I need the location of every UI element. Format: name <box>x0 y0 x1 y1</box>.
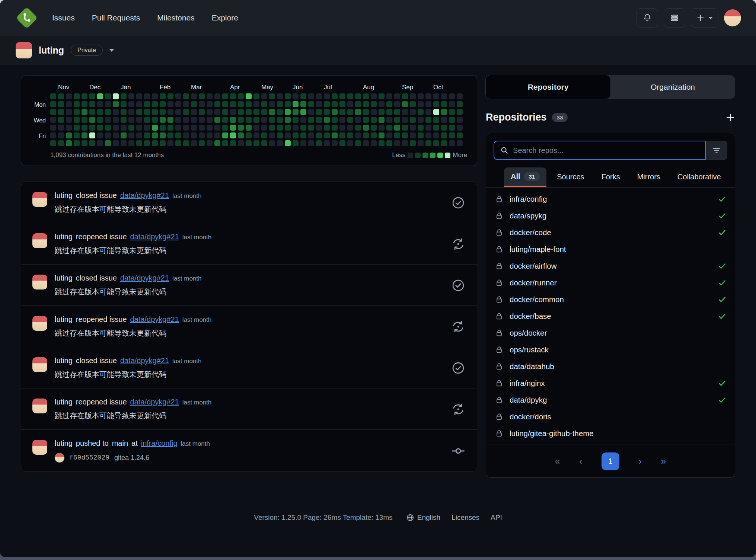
repo-row[interactable]: docker/airflow <box>486 257 735 274</box>
heatmap-cell[interactable] <box>74 101 80 107</box>
feed-branch-name[interactable]: main <box>112 439 128 448</box>
heatmap-cell[interactable] <box>82 93 87 99</box>
heatmap-cell[interactable] <box>152 125 158 131</box>
repo-name[interactable]: ops/rustack <box>510 345 549 354</box>
heatmap-cell[interactable] <box>316 125 322 131</box>
heatmap-cell[interactable] <box>253 101 259 107</box>
heatmap-cell[interactable] <box>50 125 56 131</box>
heatmap-cell[interactable] <box>339 93 345 99</box>
heatmap-cell[interactable] <box>433 140 439 146</box>
heatmap-cell[interactable] <box>371 117 377 123</box>
heatmap-cell[interactable] <box>253 140 259 146</box>
heatmap-cell[interactable] <box>316 101 322 107</box>
heatmap-cell[interactable] <box>300 101 306 107</box>
heatmap-cell[interactable] <box>144 140 150 146</box>
heatmap-cell[interactable] <box>238 132 244 138</box>
heatmap-cell[interactable] <box>74 132 80 138</box>
heatmap-cell[interactable] <box>113 109 119 115</box>
heatmap-cell[interactable] <box>410 132 416 138</box>
heatmap-cell[interactable] <box>371 109 377 115</box>
heatmap-cell[interactable] <box>66 125 72 131</box>
heatmap-cell[interactable] <box>277 109 283 115</box>
heatmap-cell[interactable] <box>355 93 361 99</box>
heatmap-cell[interactable] <box>324 101 330 107</box>
heatmap-cell[interactable] <box>238 101 244 107</box>
heatmap-cell[interactable] <box>66 117 72 123</box>
heatmap-cell[interactable] <box>152 93 158 99</box>
heatmap-cell[interactable] <box>363 132 369 138</box>
heatmap-cell[interactable] <box>183 140 189 146</box>
heatmap-cell[interactable] <box>136 140 142 146</box>
heatmap-cell[interactable] <box>433 101 439 107</box>
heatmap-cell[interactable] <box>277 125 283 131</box>
heatmap-cell[interactable] <box>277 132 283 138</box>
heatmap-cell[interactable] <box>386 117 392 123</box>
repo-row[interactable]: data/datahub <box>486 358 735 375</box>
feed-repo-link[interactable]: data/dpykg#21 <box>130 398 179 406</box>
avatar[interactable] <box>32 316 47 331</box>
heatmap-cell[interactable] <box>402 109 408 115</box>
repo-search-input[interactable] <box>513 146 699 155</box>
heatmap-cell[interactable] <box>97 117 103 123</box>
heatmap-cell[interactable] <box>379 109 385 115</box>
heatmap-cell[interactable] <box>214 93 220 99</box>
heatmap-cell[interactable] <box>168 93 173 99</box>
contribution-heatmap[interactable] <box>50 93 467 146</box>
heatmap-cell[interactable] <box>441 132 447 138</box>
heatmap-cell[interactable] <box>269 93 275 99</box>
filter-tab-mirrors[interactable]: Mirrors <box>631 168 667 187</box>
heatmap-cell[interactable] <box>89 101 95 107</box>
heatmap-cell[interactable] <box>214 109 220 115</box>
heatmap-cell[interactable] <box>160 132 166 138</box>
heatmap-cell[interactable] <box>230 109 236 115</box>
heatmap-cell[interactable] <box>285 117 291 123</box>
heatmap-cell[interactable] <box>121 109 127 115</box>
heatmap-cell[interactable] <box>66 109 72 115</box>
repo-name[interactable]: infra/config <box>510 195 547 204</box>
heatmap-cell[interactable] <box>457 101 463 107</box>
avatar[interactable] <box>32 275 47 289</box>
heatmap-cell[interactable] <box>410 101 416 107</box>
heatmap-cell[interactable] <box>128 93 134 99</box>
heatmap-cell[interactable] <box>128 117 134 123</box>
heatmap-cell[interactable] <box>113 93 119 99</box>
feed-user-name[interactable]: luting <box>55 233 73 241</box>
heatmap-cell[interactable] <box>214 101 220 107</box>
heatmap-cell[interactable] <box>308 132 314 138</box>
heatmap-cell[interactable] <box>214 140 220 146</box>
heatmap-cell[interactable] <box>191 101 197 107</box>
heatmap-cell[interactable] <box>347 93 353 99</box>
heatmap-cell[interactable] <box>402 117 408 123</box>
heatmap-cell[interactable] <box>425 125 431 131</box>
feed-repo-link[interactable]: data/dpykg#21 <box>120 191 169 200</box>
heatmap-cell[interactable] <box>402 101 408 107</box>
heatmap-cell[interactable] <box>347 101 353 107</box>
nav-link-pull-requests[interactable]: Pull Requests <box>92 13 140 22</box>
heatmap-cell[interactable] <box>308 117 314 123</box>
heatmap-cell[interactable] <box>347 140 353 146</box>
heatmap-cell[interactable] <box>332 132 338 138</box>
avatar[interactable] <box>32 399 47 413</box>
repo-row[interactable]: ops/rustack <box>486 341 735 358</box>
nav-link-explore[interactable]: Explore <box>212 13 238 22</box>
heatmap-cell[interactable] <box>66 101 72 107</box>
heatmap-cell[interactable] <box>394 101 400 107</box>
repo-name[interactable]: data/dpykg <box>510 396 547 404</box>
heatmap-cell[interactable] <box>58 109 64 115</box>
heatmap-cell[interactable] <box>50 132 56 138</box>
heatmap-cell[interactable] <box>253 109 259 115</box>
heatmap-cell[interactable] <box>457 109 463 115</box>
repo-name[interactable]: data/spykg <box>510 211 546 220</box>
heatmap-cell[interactable] <box>457 117 463 123</box>
heatmap-cell[interactable] <box>136 93 142 99</box>
heatmap-cell[interactable] <box>175 101 181 107</box>
heatmap-cell[interactable] <box>379 140 385 146</box>
heatmap-cell[interactable] <box>324 117 330 123</box>
tab-repository[interactable]: Repository <box>486 75 610 99</box>
heatmap-cell[interactable] <box>144 117 150 123</box>
heatmap-cell[interactable] <box>371 93 377 99</box>
heatmap-cell[interactable] <box>97 132 103 138</box>
heatmap-cell[interactable] <box>261 140 267 146</box>
heatmap-cell[interactable] <box>355 109 361 115</box>
heatmap-cell[interactable] <box>441 125 447 131</box>
